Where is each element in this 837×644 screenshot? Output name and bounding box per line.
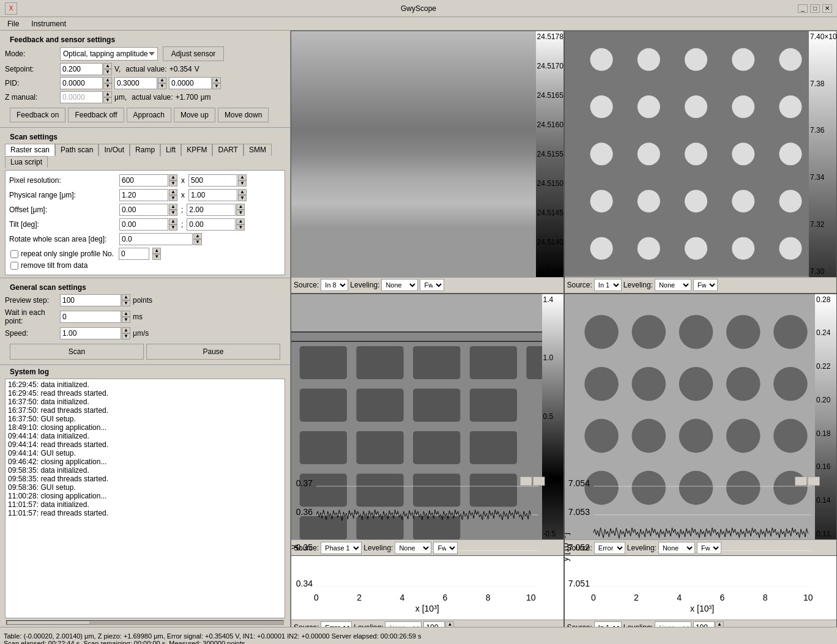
- tl-fw-select[interactable]: Fw: [420, 279, 444, 291]
- cl-source-select[interactable]: Error: [321, 621, 352, 627]
- tab-lua-script[interactable]: Lua script: [5, 156, 48, 168]
- repeat-up[interactable]: ▲: [152, 248, 161, 254]
- log-scroll-track[interactable]: [6, 620, 284, 625]
- tr-source-select[interactable]: In 1: [594, 279, 622, 291]
- svg-rect-38: [470, 388, 517, 421]
- scale-tr-4: 7.32: [810, 220, 835, 229]
- tab-dart[interactable]: DART: [212, 144, 243, 156]
- feedback-off-button[interactable]: Feedback off: [68, 108, 124, 122]
- pid-i-down[interactable]: ▼: [158, 83, 166, 89]
- feedback-on-button[interactable]: Feedback on: [10, 108, 65, 122]
- offset-x-up[interactable]: ▲: [169, 204, 177, 210]
- tr-leveling-select[interactable]: None: [655, 279, 691, 291]
- repeat-down[interactable]: ▼: [152, 254, 161, 260]
- tab-raster-scan[interactable]: Raster scan: [5, 144, 55, 156]
- pid-p-input[interactable]: [60, 77, 103, 89]
- close-button[interactable]: ✕: [822, 4, 832, 13]
- wait-input[interactable]: [60, 311, 121, 323]
- pid-d-down[interactable]: ▼: [212, 83, 221, 89]
- pid-i-input[interactable]: [114, 77, 157, 89]
- remove-tilt-checkbox[interactable]: [10, 262, 18, 270]
- pixel-res-x-input[interactable]: [119, 174, 168, 187]
- tl-source-select[interactable]: In 8: [321, 279, 348, 291]
- wait-down[interactable]: ▼: [122, 317, 130, 323]
- tab-lift[interactable]: Lift: [160, 144, 181, 156]
- menu-file[interactable]: File: [5, 18, 21, 29]
- move-down-button[interactable]: Move down: [218, 108, 269, 122]
- pid-d-input[interactable]: [169, 77, 212, 89]
- pause-button[interactable]: Pause: [146, 344, 280, 360]
- tr-fw-select[interactable]: Fw: [693, 279, 718, 291]
- setpoint-input[interactable]: [60, 63, 103, 75]
- pixel-res-x-down[interactable]: ▼: [169, 180, 177, 187]
- scan-button[interactable]: Scan: [10, 344, 144, 360]
- offset-y-up[interactable]: ▲: [236, 204, 245, 210]
- cr-leveling-select[interactable]: None: [655, 621, 691, 627]
- pixel-res-y-up[interactable]: ▲: [238, 174, 247, 180]
- log-content[interactable]: 16:29:45: data initialized.16:29:45: rea…: [5, 379, 285, 618]
- cl-leveling-select[interactable]: None: [385, 621, 422, 627]
- tilt-x-down[interactable]: ▼: [169, 224, 177, 231]
- mode-select[interactable]: Optical, tapping amplitude: [60, 47, 158, 61]
- cr-percent-input[interactable]: [693, 621, 715, 627]
- cl-percent-up[interactable]: ▲: [445, 621, 454, 627]
- maximize-button[interactable]: □: [810, 4, 820, 13]
- log-scrollbar[interactable]: [5, 618, 285, 627]
- phys-y-down[interactable]: ▼: [238, 195, 247, 201]
- offset-x-down[interactable]: ▼: [169, 210, 177, 216]
- phys-x-down[interactable]: ▼: [169, 195, 177, 201]
- preview-step-down[interactable]: ▼: [122, 300, 130, 306]
- pixel-res-y-down[interactable]: ▼: [238, 180, 247, 187]
- approach-button[interactable]: Approach: [127, 108, 171, 122]
- zmanual-down[interactable]: ▼: [103, 97, 112, 103]
- log-scroll-thumb[interactable]: [7, 621, 90, 624]
- pixel-res-x-up[interactable]: ▲: [169, 174, 177, 180]
- cr-source-select[interactable]: In 1: [594, 621, 622, 627]
- tab-ramp[interactable]: Ramp: [130, 144, 160, 156]
- setpoint-down[interactable]: ▼: [103, 69, 112, 75]
- pid-p-down[interactable]: ▼: [103, 83, 112, 89]
- wait-up[interactable]: ▲: [122, 311, 130, 317]
- preview-step-input[interactable]: [60, 294, 121, 306]
- tilt-x-input[interactable]: [119, 218, 168, 231]
- zmanual-input[interactable]: [60, 91, 103, 103]
- speed-down[interactable]: ▼: [122, 333, 130, 339]
- cr-percent-up[interactable]: ▲: [715, 621, 724, 627]
- repeat-checkbox[interactable]: [10, 250, 18, 258]
- pixel-res-y-input[interactable]: [188, 174, 237, 187]
- pid-d-up[interactable]: ▲: [212, 77, 221, 83]
- tilt-y-input[interactable]: [187, 218, 236, 231]
- rotate-up[interactable]: ▲: [193, 233, 202, 239]
- offset-x-input[interactable]: [119, 204, 168, 216]
- phys-x-up[interactable]: ▲: [169, 189, 177, 195]
- repeat-value-input[interactable]: [119, 248, 149, 260]
- tilt-y-up[interactable]: ▲: [236, 218, 245, 224]
- rotate-input[interactable]: [119, 233, 193, 245]
- move-up-button[interactable]: Move up: [174, 108, 215, 122]
- tab-kpfm[interactable]: KPFM: [181, 144, 212, 156]
- rotate-down[interactable]: ▼: [193, 239, 202, 245]
- adjust-sensor-button[interactable]: Adjust sensor: [163, 46, 224, 61]
- offset-y-input[interactable]: [187, 204, 236, 216]
- tab-smm[interactable]: SMM: [244, 144, 272, 156]
- menu-instrument[interactable]: Instrument: [29, 18, 69, 29]
- speed-input[interactable]: [60, 327, 121, 339]
- offset-y-down[interactable]: ▼: [236, 210, 245, 216]
- tl-leveling-select[interactable]: None: [381, 279, 418, 291]
- offset-x-spin: ▲ ▼: [169, 204, 177, 216]
- zmanual-up[interactable]: ▲: [103, 91, 112, 97]
- minimize-button[interactable]: _: [798, 4, 808, 13]
- tab-path-scan[interactable]: Path scan: [55, 144, 99, 156]
- cl-percent-input[interactable]: [423, 621, 445, 627]
- tilt-y-down[interactable]: ▼: [236, 224, 245, 231]
- pid-p-up[interactable]: ▲: [103, 77, 112, 83]
- preview-step-up[interactable]: ▲: [122, 294, 130, 300]
- setpoint-up[interactable]: ▲: [103, 63, 112, 69]
- tab-inout[interactable]: In/Out: [99, 144, 130, 156]
- phys-x-input[interactable]: [119, 189, 168, 201]
- phys-y-input[interactable]: [188, 189, 237, 201]
- pid-i-up[interactable]: ▲: [158, 77, 166, 83]
- tilt-x-up[interactable]: ▲: [169, 218, 177, 224]
- speed-up[interactable]: ▲: [122, 327, 130, 333]
- phys-y-up[interactable]: ▲: [238, 189, 247, 195]
